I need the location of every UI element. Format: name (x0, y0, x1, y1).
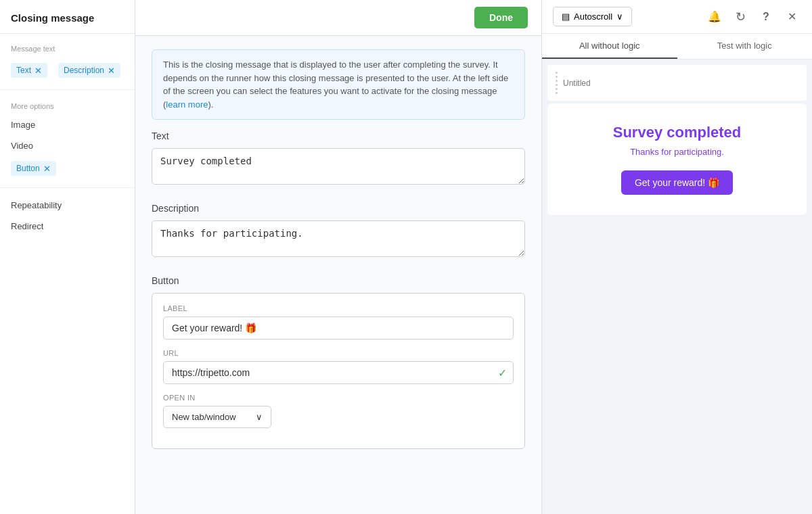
url-field-label: URL (163, 349, 514, 357)
description-tag-label: Description (64, 66, 104, 75)
active-tags-row: Button ✕ (0, 156, 135, 181)
preview-reward-button[interactable]: Get your reward! 🎁 (621, 170, 733, 195)
description-tag-close[interactable]: ✕ (108, 66, 115, 75)
autoscroll-button[interactable]: ▤ Autoscroll ∨ (553, 7, 632, 26)
info-box: This is the closing message that is disp… (152, 49, 525, 120)
label-row: Label (163, 304, 514, 340)
button-tag-label: Button (16, 164, 40, 173)
bell-icon: 🔔 (708, 10, 721, 23)
message-text-tags: Text ✕ Description ✕ (0, 58, 135, 83)
preview-top-bar: ▤ Autoscroll ∨ 🔔 ↻ ? ✕ (542, 0, 812, 34)
open-in-select[interactable]: New tab/window ∨ (163, 406, 271, 428)
autoscroll-label: Autoscroll (574, 11, 612, 22)
close-icon: ✕ (788, 10, 796, 23)
main-area: Done This is the closing message that is… (135, 0, 541, 514)
done-button[interactable]: Done (474, 7, 528, 28)
sidebar-item-image[interactable]: Image (0, 114, 135, 135)
main-top-bar: Done (135, 0, 541, 36)
main-content: This is the closing message that is disp… (135, 36, 541, 514)
sidebar-item-video[interactable]: Video (0, 135, 135, 156)
refresh-icon: ↻ (736, 9, 746, 24)
tab-all-without-logic[interactable]: All without logic (542, 34, 677, 59)
button-section-title: Button (152, 275, 525, 286)
description-input[interactable] (152, 220, 525, 257)
open-in-row: Open in New tab/window ∨ (163, 394, 514, 428)
description-section: Description (152, 203, 525, 259)
autoscroll-chevron-icon: ∨ (616, 11, 623, 22)
message-text-label: Message text (0, 34, 135, 58)
label-input[interactable] (163, 317, 514, 340)
preview-list-row-1: Untitled (547, 65, 807, 101)
url-input[interactable] (163, 361, 514, 384)
divider-2 (0, 187, 135, 188)
drag-dots-icon (556, 72, 558, 94)
chevron-down-icon: ∨ (256, 412, 263, 422)
autoscroll-icon: ▤ (562, 11, 570, 22)
preview-tabs: All without logic Test with logic (542, 34, 812, 60)
text-input[interactable] (152, 148, 525, 185)
info-link[interactable]: learn more (166, 99, 208, 110)
preview-content: Untitled Survey completed Thanks for par… (542, 60, 812, 514)
text-tag-label: Text (16, 66, 31, 75)
url-check-icon: ✓ (498, 367, 507, 379)
info-text: This is the closing message that is disp… (163, 60, 508, 110)
text-tag-close[interactable]: ✕ (35, 66, 42, 75)
text-tag[interactable]: Text ✕ (11, 63, 47, 78)
sidebar-header: Closing message (0, 0, 135, 34)
preview-closing-subtitle: Thanks for participating. (561, 147, 793, 157)
url-row: URL ✓ (163, 349, 514, 384)
preview-panel: ▤ Autoscroll ∨ 🔔 ↻ ? ✕ All without logic… (541, 0, 812, 514)
sidebar: Closing message Message text Text ✕ Desc… (0, 0, 135, 514)
divider-1 (0, 89, 135, 90)
sidebar-item-redirect[interactable]: Redirect (0, 216, 135, 237)
preview-icons: 🔔 ↻ ? ✕ (705, 7, 801, 26)
button-box: Label URL ✓ Open in New tab/window ∨ (152, 293, 525, 449)
preview-closing-card: Survey completed Thanks for participatin… (547, 103, 807, 215)
button-tag[interactable]: Button ✕ (11, 161, 56, 176)
preview-closing-title: Survey completed (561, 124, 793, 141)
button-tag-close[interactable]: ✕ (43, 164, 51, 173)
open-in-label: Open in (163, 394, 514, 402)
url-input-wrapper: ✓ (163, 361, 514, 384)
help-icon: ? (763, 11, 769, 23)
preview-untitled-label: Untitled (563, 78, 591, 88)
sidebar-item-repeatability[interactable]: Repeatability (0, 195, 135, 216)
button-section: Button Label URL ✓ Open in New tab (152, 275, 525, 449)
preview-list-area: Untitled Survey completed Thanks for par… (542, 60, 812, 514)
more-options-label: More options (0, 97, 135, 114)
open-in-value: New tab/window (172, 412, 236, 422)
description-section-title: Description (152, 203, 525, 214)
tab-test-with-logic[interactable]: Test with logic (677, 34, 813, 59)
text-section: Text (152, 131, 525, 187)
close-icon-button[interactable]: ✕ (782, 7, 801, 26)
refresh-icon-button[interactable]: ↻ (731, 7, 750, 26)
text-section-title: Text (152, 131, 525, 141)
description-tag[interactable]: Description ✕ (58, 63, 120, 78)
label-field-label: Label (163, 304, 514, 312)
help-icon-button[interactable]: ? (757, 7, 775, 26)
sidebar-title: Closing message (11, 12, 94, 24)
info-text-end: ). (208, 99, 213, 110)
bell-icon-button[interactable]: 🔔 (705, 7, 724, 26)
